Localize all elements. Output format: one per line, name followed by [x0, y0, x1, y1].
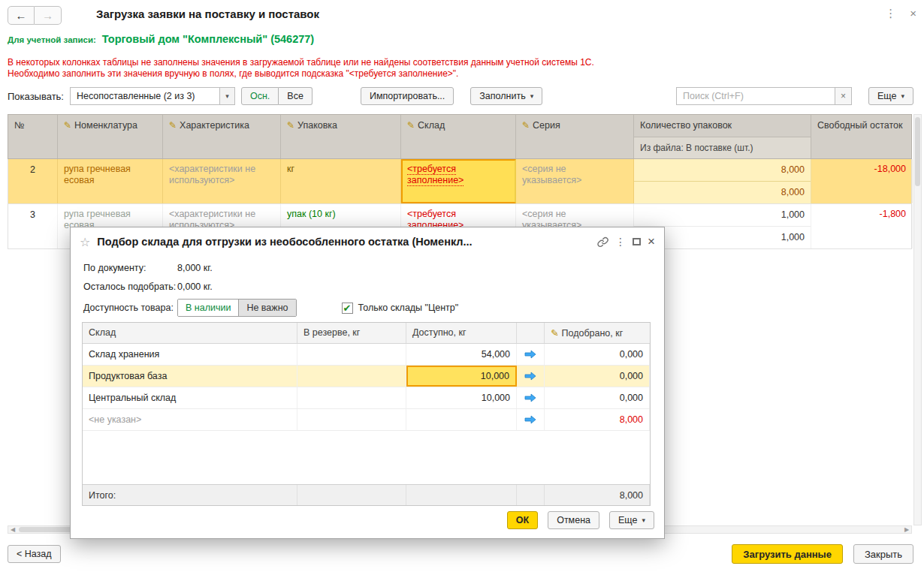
account-value: Торговый дом "Комплексный" (546277): [102, 33, 314, 45]
dialog-close-icon[interactable]: ×: [648, 234, 655, 249]
warehouse-row[interactable]: Центральный склад 10,000 0,000: [83, 387, 650, 409]
forward-nav-button[interactable]: →: [35, 6, 62, 25]
clear-icon: ×: [841, 91, 846, 101]
dialog-buttons: ОК Отмена Еще▾: [507, 511, 654, 529]
vertical-scrollbar-thumb[interactable]: [915, 117, 920, 186]
all-view-button[interactable]: Все: [279, 87, 313, 105]
search-clear-button[interactable]: ×: [835, 87, 852, 105]
cell-row-number[interactable]: 2: [8, 159, 58, 203]
filter-dropdown-button[interactable]: ▾: [219, 88, 234, 104]
cell-quantity[interactable]: 8,000 8,000: [634, 159, 811, 203]
cell-selected[interactable]: 0,000: [545, 366, 650, 387]
pick-arrow-icon[interactable]: [517, 409, 545, 430]
dialog-more-button[interactable]: Еще▾: [609, 511, 654, 529]
cell-available[interactable]: [406, 409, 517, 430]
cell-available[interactable]: 54,000: [406, 344, 517, 365]
dialog-titlebar[interactable]: ☆ Подбор склада для отгрузки из необособ…: [71, 227, 664, 256]
column-header-package[interactable]: ✎Упаковка: [281, 115, 401, 158]
quantity-in-supply[interactable]: 8,000: [634, 182, 811, 203]
window-menu-icon[interactable]: ⋮: [885, 7, 896, 20]
ok-button[interactable]: ОК: [507, 511, 538, 529]
cell-selected[interactable]: 8,000: [545, 409, 650, 430]
pencil-icon: ✎: [551, 328, 558, 339]
column-header-series[interactable]: ✎Серия: [516, 115, 634, 158]
scroll-left-icon[interactable]: ◀: [8, 526, 17, 533]
cell-package[interactable]: кг: [281, 159, 401, 203]
warehouse-row[interactable]: Продуктовая база 10,000 0,000: [83, 366, 650, 387]
totals-row: Итого: 8,000: [83, 484, 650, 505]
vertical-scrollbar[interactable]: [913, 114, 922, 525]
cell-available-selected[interactable]: 10,000: [406, 366, 517, 387]
back-nav-button[interactable]: ←: [8, 6, 35, 25]
column-header-free-balance[interactable]: Свободный остаток: [811, 115, 913, 158]
cell-warehouse-name[interactable]: Центральный склад: [83, 387, 297, 408]
column-header-nomenclature[interactable]: ✎Номенклатура: [58, 115, 163, 158]
favorite-star-icon[interactable]: ☆: [80, 235, 90, 249]
availability-row: Доступность товара: В наличии Не важно ✔…: [83, 299, 458, 317]
column-header-number[interactable]: №: [8, 115, 58, 158]
filter-value[interactable]: Несопоставленные (2 из 3): [71, 88, 219, 104]
dialog-menu-icon[interactable]: ⋮: [615, 236, 626, 248]
import-button[interactable]: Импортировать...: [361, 87, 454, 105]
by-document-line: По документу: 8,000 кг.: [83, 263, 213, 273]
warehouse-row[interactable]: <не указан> 8,000: [83, 409, 650, 431]
cell-warehouse-name[interactable]: Склад хранения: [83, 344, 297, 365]
quantity-from-file[interactable]: 1,000: [634, 204, 811, 227]
cell-reserve[interactable]: [297, 409, 406, 430]
cell-selected[interactable]: 0,000: [545, 344, 650, 365]
close-button[interactable]: Закрыть: [853, 544, 913, 564]
column-header-characteristic[interactable]: ✎Характеристика: [163, 115, 281, 158]
warehouse-table-header: Склад В резерве, кг Доступно, кг ✎Подобр…: [83, 323, 650, 344]
column-subheader-quantity: Из файла: В поставке (шт.): [634, 137, 811, 159]
cell-row-number[interactable]: 3: [8, 204, 58, 248]
cell-reserve[interactable]: [297, 366, 406, 387]
cell-series[interactable]: <серия не указывается>: [516, 159, 634, 203]
cell-reserve[interactable]: [297, 387, 406, 408]
remaining-line: Осталось подобрать: 0,000 кг.: [83, 281, 213, 292]
availability-label: Доступность товара:: [83, 303, 177, 313]
quantity-from-file[interactable]: 8,000: [634, 159, 811, 182]
warehouse-row[interactable]: Склад хранения 54,000 0,000: [83, 344, 650, 366]
column-header-pick-arrow[interactable]: [517, 323, 545, 343]
cell-reserve[interactable]: [297, 344, 406, 365]
by-document-label: По документу:: [83, 263, 177, 273]
column-header-warehouse[interactable]: Склад: [83, 323, 297, 343]
window-close-icon[interactable]: ×: [910, 7, 916, 20]
main-view-button[interactable]: Осн.: [241, 87, 279, 105]
search-input[interactable]: [676, 87, 835, 105]
forward-icon: →: [42, 9, 53, 22]
not-important-button[interactable]: Не важно: [238, 300, 295, 316]
cell-nomenclature[interactable]: рупа гречневая есовая: [58, 159, 163, 203]
fill-button[interactable]: Заполнить▾: [470, 87, 542, 105]
cell-free-balance[interactable]: -1,800: [811, 204, 913, 248]
account-line: Для учетной записи: Торговый дом "Компле…: [8, 33, 314, 45]
table-row[interactable]: 2 рупа гречневая есовая <характеристики …: [8, 159, 912, 204]
scroll-right-icon[interactable]: ▶: [902, 526, 911, 533]
dialog-maximize-icon[interactable]: [633, 238, 641, 245]
back-button[interactable]: < Назад: [8, 545, 61, 563]
pick-arrow-icon[interactable]: [517, 387, 545, 408]
cell-selected[interactable]: 0,000: [545, 387, 650, 408]
load-data-button[interactable]: Загрузить данные: [732, 544, 843, 564]
more-button[interactable]: Еще▾: [868, 87, 913, 105]
pick-arrow-icon[interactable]: [517, 344, 545, 365]
column-header-reserve[interactable]: В резерве, кг: [297, 323, 406, 343]
filter-combobox[interactable]: Несопоставленные (2 из 3) ▾: [70, 87, 235, 105]
cell-free-balance[interactable]: -18,000: [811, 159, 913, 203]
cell-characteristic[interactable]: <характеристики не используются>: [163, 159, 281, 203]
cell-warehouse-name[interactable]: Продуктовая база: [83, 366, 297, 387]
column-header-warehouse[interactable]: ✎Склад: [401, 115, 516, 158]
remaining-label: Осталось подобрать:: [83, 281, 177, 292]
get-link-icon[interactable]: [597, 236, 608, 248]
cell-warehouse-name[interactable]: <не указан>: [83, 409, 297, 430]
column-header-selected[interactable]: ✎Подобрано, кг: [545, 323, 650, 343]
chevron-down-icon: ▾: [642, 516, 645, 524]
column-header-quantity[interactable]: Количество упаковок Из файла: В поставке…: [634, 115, 811, 158]
pick-arrow-icon[interactable]: [517, 366, 545, 387]
center-warehouses-checkbox[interactable]: ✔ Только склады "Центр": [342, 303, 459, 314]
cell-available[interactable]: 10,000: [406, 387, 517, 408]
in-stock-button[interactable]: В наличии: [178, 300, 238, 316]
cell-warehouse-required[interactable]: <требуется заполнение>: [401, 159, 516, 203]
column-header-available[interactable]: Доступно, кг: [406, 323, 517, 343]
cancel-button[interactable]: Отмена: [548, 511, 599, 529]
